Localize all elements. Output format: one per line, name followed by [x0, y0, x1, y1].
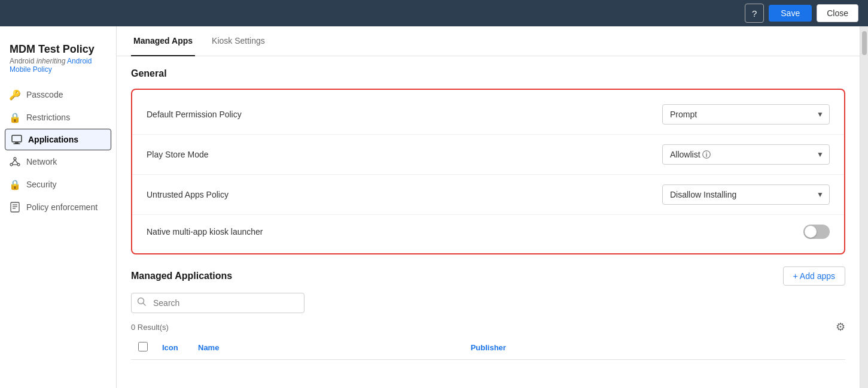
page-subtitle: Android inheriting Android Mobile Policy [10, 57, 106, 74]
managed-applications-title: Managed Applications [131, 271, 232, 281]
form-row-play-store-mode: Play Store Mode Allowlist ⓘ Blocklist ▼ [132, 135, 844, 175]
search-input[interactable] [131, 293, 304, 313]
main-content: Managed Apps Kiosk Settings General Defa… [117, 26, 860, 388]
network-icon [10, 156, 20, 167]
svg-point-3 [14, 157, 16, 160]
svg-line-7 [15, 160, 18, 164]
tabs-bar: Managed Apps Kiosk Settings [117, 26, 860, 56]
scrollbar-thumb[interactable] [862, 31, 867, 55]
key-icon: 🔑 [10, 89, 20, 100]
sidebar-item-security[interactable]: 🔒 Security [0, 173, 116, 196]
native-kiosk-label: Native multi-app kiosk launcher [147, 227, 263, 237]
save-button[interactable]: Save [769, 5, 812, 22]
sidebar: MDM Test Policy Android inheriting Andro… [0, 26, 117, 388]
results-row: 0 Result(s) ⚙ [131, 320, 845, 334]
managed-applications-section: Managed Applications + Add apps [131, 266, 845, 360]
monitor-icon [11, 134, 22, 145]
table-header-row: Icon Name Publisher [131, 336, 845, 360]
sidebar-label-passcode: Passcode [26, 90, 63, 99]
play-store-mode-label: Play Store Mode [147, 150, 209, 159]
page-title: MDM Test Policy [10, 43, 106, 56]
svg-line-6 [12, 160, 15, 164]
kiosk-toggle[interactable] [803, 225, 830, 239]
sidebar-label-applications: Applications [28, 135, 78, 144]
untrusted-apps-select[interactable]: Disallow Installing Allow Installing [662, 184, 830, 205]
content-area: General Default Permission Policy Prompt… [117, 56, 860, 372]
untrusted-apps-label: Untrusted Apps Policy [147, 190, 229, 199]
sidebar-item-applications[interactable]: Applications [5, 129, 111, 150]
tab-kiosk-settings[interactable]: Kiosk Settings [209, 26, 267, 56]
toggle-wrap-kiosk [803, 225, 830, 239]
play-store-mode-select-wrap: Allowlist ⓘ Blocklist ▼ [662, 144, 830, 165]
help-button[interactable]: ? [745, 4, 764, 23]
sidebar-item-network[interactable]: Network [0, 150, 116, 173]
tab-managed-apps[interactable]: Managed Apps [131, 26, 195, 56]
sidebar-item-restrictions[interactable]: 🔒 Restrictions [0, 106, 116, 129]
default-permission-select[interactable]: Prompt Grant Deny [662, 104, 830, 125]
lock-icon-restrictions: 🔒 [10, 112, 20, 123]
shield-icon: 🔒 [10, 179, 20, 190]
sidebar-label-network: Network [26, 157, 57, 166]
topbar: ? Save Close [0, 0, 868, 26]
scrollbar-area [860, 26, 868, 388]
add-apps-button[interactable]: + Add apps [783, 266, 845, 286]
sidebar-item-policy-enforcement[interactable]: Policy enforcement [0, 196, 116, 219]
svg-rect-0 [12, 135, 22, 142]
play-store-mode-select[interactable]: Allowlist ⓘ Blocklist [662, 144, 830, 165]
form-row-native-kiosk: Native multi-app kiosk launcher [132, 215, 844, 248]
page-container: MDM Test Policy Android inheriting Andro… [0, 26, 868, 388]
general-card: Default Permission Policy Prompt Grant D… [131, 89, 845, 254]
toggle-knob [805, 226, 817, 238]
default-permission-label: Default Permission Policy [147, 110, 242, 119]
settings-icon[interactable]: ⚙ [836, 320, 845, 334]
close-button[interactable]: Close [817, 4, 858, 22]
sidebar-item-passcode[interactable]: 🔑 Passcode [0, 83, 116, 106]
apps-table: Icon Name Publisher [131, 336, 845, 360]
sidebar-label-restrictions: Restrictions [26, 113, 70, 122]
page-header: MDM Test Policy Android inheriting Andro… [0, 36, 116, 78]
form-row-default-permission: Default Permission Policy Prompt Grant D… [132, 95, 844, 135]
select-all-checkbox[interactable] [138, 342, 148, 351]
table-th-icon: Icon [155, 336, 191, 360]
sidebar-label-security: Security [26, 180, 57, 189]
table-th-name: Name [191, 336, 464, 360]
search-wrap [131, 293, 845, 313]
document-icon [10, 202, 20, 213]
sidebar-nav: 🔑 Passcode 🔒 Restrictions Applications [0, 83, 116, 219]
table-th-publisher: Publisher [464, 336, 845, 360]
default-permission-select-wrap: Prompt Grant Deny ▼ [662, 104, 830, 125]
managed-apps-header: Managed Applications + Add apps [131, 266, 845, 286]
sidebar-label-policy-enforcement: Policy enforcement [26, 202, 98, 212]
results-count: 0 Result(s) [131, 323, 169, 332]
general-section-title: General [131, 68, 845, 79]
svg-rect-9 [11, 202, 19, 212]
table-th-checkbox [131, 336, 155, 360]
untrusted-apps-select-wrap: Disallow Installing Allow Installing ▼ [662, 184, 830, 205]
form-row-untrusted-apps: Untrusted Apps Policy Disallow Installin… [132, 175, 844, 215]
